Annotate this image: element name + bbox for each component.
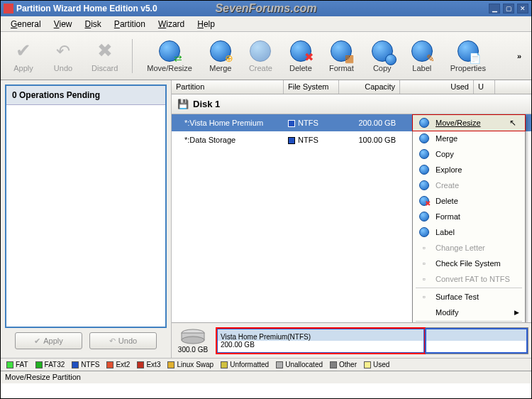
discard-button[interactable]: ✖Discard <box>86 38 123 74</box>
ctx-change-letter: ▫Change Letter <box>413 240 525 256</box>
copy-icon <box>371 40 394 62</box>
ctx-explore[interactable]: Explore <box>413 162 525 177</box>
operations-list <box>6 105 165 327</box>
menu-general[interactable]: General <box>5 18 47 31</box>
column-capacity[interactable]: Capacity <box>339 80 400 94</box>
titlebar: Partition Wizard Home Edition v5.0 Seven… <box>1 1 531 16</box>
moveresize-button[interactable]: ⇄Move/Resize <box>141 38 198 74</box>
ctx-move-resize[interactable]: Move/Resize↖ <box>413 115 525 131</box>
label-icon: ✎ <box>411 40 433 62</box>
partition-segment[interactable]: Vista Home Premium(NTFS)200.00 GB <box>216 328 425 354</box>
partition-segment[interactable] <box>425 328 528 354</box>
ctx-icon <box>419 180 430 191</box>
delete-button[interactable]: ✖Delete <box>284 38 318 74</box>
legend-unformatted: Unformatted <box>221 361 269 368</box>
properties-icon: 📄 <box>457 40 480 62</box>
ctx-icon <box>419 133 430 144</box>
ctx-icon <box>419 211 430 222</box>
discard-icon: ✖ <box>94 40 116 62</box>
column-file-system[interactable]: File System <box>284 80 339 94</box>
column-u[interactable]: U <box>474 80 495 94</box>
merge-icon: ⊕ <box>209 40 232 62</box>
ctx-icon: ✖ <box>419 195 430 207</box>
partition-bar[interactable]: Vista Home Premium(NTFS)200.00 GB <box>216 327 528 354</box>
legend-ext2: Ext2 <box>106 361 130 368</box>
column-partition[interactable]: Partition <box>172 80 284 94</box>
copy-button[interactable]: Copy <box>365 38 399 74</box>
moveresize-icon: ⇄ <box>158 40 181 62</box>
menu-disk[interactable]: Disk <box>79 18 107 31</box>
left-panel: 0 Operations Pending ✔Apply ↶Undo <box>1 80 171 358</box>
merge-button[interactable]: ⊕Merge <box>204 38 238 74</box>
status-bar: Move/Resize Partition <box>1 371 531 383</box>
ctx-icon: ▫ <box>419 242 430 253</box>
properties-button[interactable]: 📄Properties <box>445 38 492 74</box>
delete-icon: ✖ <box>289 40 312 62</box>
ctx-icon: ▫ <box>419 273 430 285</box>
toolbar: ✔Apply↶Undo✖Discard⇄Move/Resize⊕MergeCre… <box>1 32 531 80</box>
disk-size: 300.0 GB <box>174 346 211 354</box>
ctx-icon <box>419 164 430 175</box>
ctx-check-file-system[interactable]: ▫Check File System <box>413 256 525 271</box>
disk-bar: 300.0 GB Vista Home Premium(NTFS)200.00 … <box>172 322 531 358</box>
legend-ext3: Ext3 <box>137 361 160 368</box>
legend-other: Other <box>330 361 357 368</box>
minimize-button[interactable]: ▁ <box>489 4 500 13</box>
operations-header: 0 Operations Pending <box>6 86 165 105</box>
ctx-icon <box>419 148 430 160</box>
undo-button[interactable]: ↶Undo <box>89 332 157 349</box>
legend: FATFAT32NTFSExt2Ext3Linux SwapUnformatte… <box>1 358 531 371</box>
operations-panel: 0 Operations Pending <box>5 84 167 328</box>
column-used[interactable]: Used <box>400 80 474 94</box>
create-icon <box>249 40 272 62</box>
format-icon: ▦ <box>330 40 353 62</box>
ctx-surface-test[interactable]: ▫Surface Test <box>413 289 525 305</box>
partition-table: *:Vista Home PremiumNTFS200.00 GB*:Data … <box>172 114 531 322</box>
context-menu: Move/Resize↖MergeCopyExploreCreate✖Delet… <box>412 114 526 322</box>
window-title: Partition Wizard Home Edition v5.0 <box>16 4 157 13</box>
menu-wizard[interactable]: Wizard <box>153 18 190 31</box>
undo-icon: ↶ <box>52 40 74 62</box>
legend-used: Used <box>364 361 389 368</box>
create-button[interactable]: Create <box>243 38 278 74</box>
toolbar-overflow[interactable]: » <box>513 52 526 60</box>
menu-view[interactable]: View <box>48 18 78 31</box>
table-header: PartitionFile SystemCapacityUsedU <box>172 80 531 94</box>
format-button[interactable]: ▦Format <box>323 38 360 74</box>
apply-icon: ✔ <box>12 40 35 62</box>
menu-help[interactable]: Help <box>192 18 221 31</box>
svg-point-2 <box>182 337 204 344</box>
apply-button[interactable]: ✔Apply <box>6 38 40 74</box>
close-button[interactable]: ✕ <box>517 4 528 13</box>
legend-ntfs: NTFS <box>72 361 99 368</box>
disk-icon: 💾 <box>177 99 189 109</box>
ctx-icon <box>419 117 430 129</box>
ctx-label[interactable]: Label <box>413 224 525 240</box>
ctx-modify[interactable]: Modify▶ <box>413 305 525 320</box>
maximize-button[interactable]: ▢ <box>503 4 514 13</box>
ctx-icon <box>419 307 430 318</box>
ctx-icon <box>419 226 430 238</box>
legend-unallocated: Unallocated <box>276 361 323 368</box>
legend-fat: FAT <box>6 361 28 368</box>
legend-fat32: FAT32 <box>35 361 65 368</box>
disk-bar-icon: 300.0 GB <box>174 327 211 354</box>
ctx-icon: ▫ <box>419 258 430 269</box>
undo-button[interactable]: ↶Undo <box>46 38 80 74</box>
ctx-convert-fat-to-ntfs: ▫Convert FAT to NTFS <box>413 271 525 287</box>
right-panel: PartitionFile SystemCapacityUsedU 💾 Disk… <box>171 80 531 358</box>
app-icon <box>4 4 13 13</box>
menu-partition[interactable]: Partition <box>109 18 151 31</box>
ctx-create: Create <box>413 177 525 193</box>
ctx-copy[interactable]: Copy <box>413 146 525 162</box>
watermark: SevenForums.com <box>215 2 316 15</box>
apply-button[interactable]: ✔Apply <box>15 332 82 349</box>
ctx-icon: ▫ <box>419 291 430 302</box>
disk-name: Disk 1 <box>193 99 220 109</box>
ctx-format[interactable]: Format <box>413 209 525 224</box>
ctx-merge[interactable]: Merge <box>413 131 525 146</box>
ctx-delete[interactable]: ✖Delete <box>413 193 525 209</box>
label-button[interactable]: ✎Label <box>405 38 439 74</box>
disk-header-row[interactable]: 💾 Disk 1 <box>172 94 531 114</box>
legend-linux-swap: Linux Swap <box>167 361 214 368</box>
